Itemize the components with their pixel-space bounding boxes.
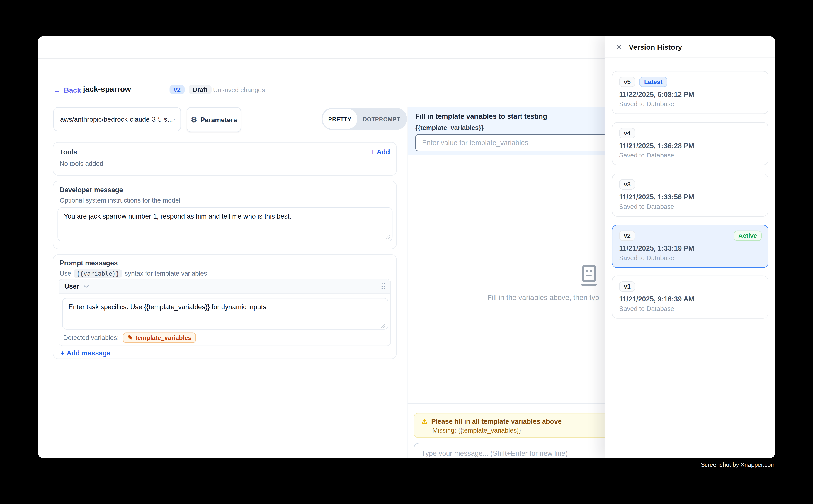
resize-handle-icon[interactable]: [385, 235, 390, 239]
version-badge: v2: [169, 85, 185, 94]
chevron-down-icon[interactable]: [83, 285, 89, 288]
version-save-status: Saved to Database: [619, 305, 761, 312]
version-number-badge: v4: [619, 128, 636, 138]
pane-divider: [408, 107, 408, 458]
chevron-down-icon: [173, 117, 175, 121]
parameters-label: Parameters: [200, 116, 237, 124]
version-number-badge: v2: [619, 231, 636, 241]
developer-message-subtitle: Optional system instructions for the mod…: [60, 197, 180, 204]
prompt-message-textarea[interactable]: Enter task specifics. Use {{template_var…: [62, 298, 388, 330]
version-timestamp: 11/22/2025, 6:08:12 PM: [619, 91, 761, 98]
version-number-badge: v3: [619, 179, 636, 190]
developer-message-section: Developer message Optional system instru…: [53, 181, 397, 249]
version-entry[interactable]: v3 11/21/2025, 1:33:56 PM Saved to Datab…: [612, 174, 768, 217]
developer-message-title: Developer message: [60, 186, 123, 194]
detected-variables-row: Detected variables: ✎ template_variables: [63, 333, 196, 343]
version-number-badge: v1: [619, 281, 636, 292]
add-message-button[interactable]: + Add message: [61, 349, 110, 357]
hint-prefix: Use: [60, 270, 71, 277]
close-icon[interactable]: ✕: [616, 43, 622, 50]
version-entry[interactable]: v1 11/21/2025, 9:16:39 AM Saved to Datab…: [612, 276, 768, 319]
version-timestamp: 11/21/2025, 1:33:19 PM: [619, 244, 761, 252]
resize-handle-icon[interactable]: [381, 324, 385, 328]
gear-icon: ⚙: [191, 116, 197, 123]
version-number-badge: v5: [619, 77, 636, 87]
drag-handle-icon[interactable]: [381, 283, 385, 289]
back-button[interactable]: ← Back: [53, 86, 81, 94]
prompt-messages-section: Prompt messages Use {{variable}} syntax …: [53, 254, 397, 359]
add-tool-label: Add: [377, 148, 390, 156]
message-role-header: User: [59, 279, 390, 294]
version-history-title: Version History: [629, 43, 682, 51]
prompt-messages-title: Prompt messages: [60, 259, 118, 267]
variable-syntax-chip: {{variable}}: [74, 269, 122, 278]
version-entry[interactable]: v2 Active 11/21/2025, 1:33:19 PM Saved t…: [612, 225, 768, 268]
watermark-text: Screenshot by Xnapper.com: [701, 462, 776, 468]
developer-message-textarea[interactable]: You are jack sparrow number 1, respond a…: [57, 207, 392, 241]
tools-empty-text: No tools added: [60, 160, 390, 167]
version-entry[interactable]: v5 Latest 11/22/2025, 6:08:12 PM Saved t…: [612, 71, 768, 114]
version-save-status: Saved to Database: [619, 203, 761, 210]
plus-icon: +: [61, 349, 64, 357]
bot-face-icon: [581, 265, 597, 287]
format-toggle: PRETTY DOTPROMPT: [322, 108, 407, 130]
back-label: Back: [64, 86, 81, 94]
version-save-status: Saved to Database: [619, 254, 761, 262]
version-timestamp: 11/21/2025, 9:16:39 AM: [619, 295, 761, 303]
tools-section: Tools + Add No tools added: [53, 142, 397, 176]
add-message-label: Add message: [67, 349, 110, 357]
empty-state-text: Fill in the variables above, then typ: [487, 293, 599, 301]
parameters-button[interactable]: ⚙ Parameters: [186, 107, 241, 132]
version-entry[interactable]: v4 11/21/2025, 1:36:28 PM Saved to Datab…: [612, 122, 768, 165]
detected-variables-label: Detected variables:: [63, 334, 119, 341]
draft-badge: Draft: [188, 85, 212, 94]
add-tool-button[interactable]: + Add: [371, 148, 390, 156]
version-state-badge: Latest: [640, 77, 667, 87]
version-timestamp: 11/21/2025, 1:33:56 PM: [619, 193, 761, 201]
prompt-message-block: User Enter task specifics. Use {{templat…: [59, 279, 391, 346]
app-window: ← Back jack-sparrow v2 Draft Unsaved cha…: [38, 36, 775, 458]
page-title: jack-sparrow: [83, 84, 131, 93]
model-selector[interactable]: aws/anthropic/bedrock-claude-3-5-s...: [53, 107, 181, 131]
version-history-panel: ✕ Version History v5 Latest 11/22/2025, …: [604, 36, 775, 458]
plus-icon: +: [371, 148, 375, 156]
warning-icon: ⚠: [421, 418, 428, 425]
unsaved-changes-label: Unsaved changes: [213, 87, 265, 94]
toggle-pretty[interactable]: PRETTY: [322, 109, 357, 129]
role-select-value: User: [64, 282, 79, 290]
version-timestamp: 11/21/2025, 1:36:28 PM: [619, 142, 761, 150]
model-selector-value: aws/anthropic/bedrock-claude-3-5-s...: [60, 115, 173, 123]
hint-suffix: syntax for template variables: [124, 270, 207, 277]
prompt-messages-hint: Use {{variable}} syntax for template var…: [60, 269, 207, 278]
version-state-badge: Active: [734, 231, 762, 241]
version-history-header: ✕ Version History: [604, 36, 775, 58]
warning-title: Please fill in all template variables ab…: [431, 418, 562, 425]
screen: ← Back jack-sparrow v2 Draft Unsaved cha…: [0, 0, 813, 504]
version-save-status: Saved to Database: [619, 100, 761, 108]
toggle-dotprompt[interactable]: DOTPROMPT: [357, 109, 406, 129]
detected-variable-name: template_variables: [135, 334, 191, 341]
tools-title: Tools: [60, 148, 77, 156]
pencil-icon: ✎: [127, 334, 133, 341]
detected-variable-badge[interactable]: ✎ template_variables: [123, 333, 196, 343]
back-arrow-icon: ←: [53, 86, 61, 94]
version-save-status: Saved to Database: [619, 152, 761, 159]
